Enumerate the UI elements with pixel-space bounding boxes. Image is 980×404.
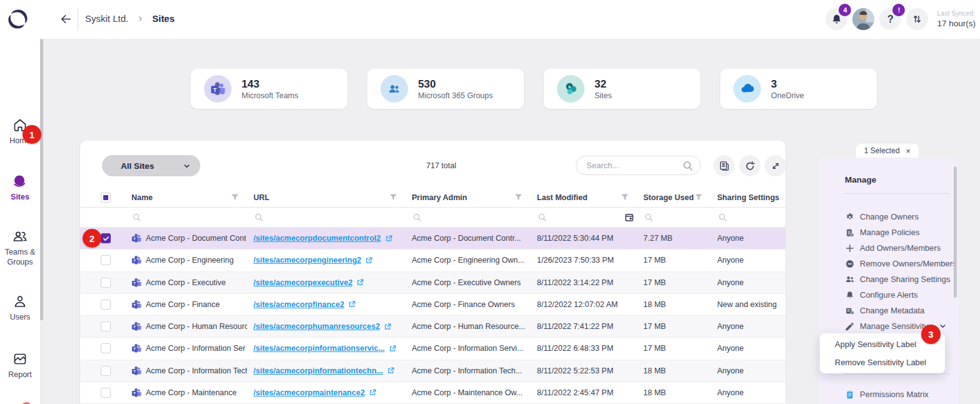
external-link-icon[interactable] <box>385 235 392 242</box>
table-row[interactable]: TAcme Corp - Information Tech/sites/acme… <box>80 360 785 382</box>
primary-admin-cell: Acme Corp - Human Resource... <box>412 322 537 331</box>
filter-funnel-icon[interactable] <box>390 194 397 201</box>
help-button[interactable]: ? ! <box>879 8 901 30</box>
sync-button[interactable] <box>906 8 928 30</box>
external-link-icon[interactable] <box>357 279 364 286</box>
row-checkbox[interactable] <box>80 300 131 310</box>
filter-cell-primary-admin[interactable] <box>412 213 537 221</box>
column-header-name[interactable]: Name <box>131 193 253 202</box>
table-row[interactable]: TAcme Corp - Information Ser/sites/acmec… <box>80 338 785 360</box>
manage-item-change-owners[interactable]: Change Owners <box>819 209 959 225</box>
manage-item-change-sharing-settings[interactable]: Change Sharing Settings <box>819 271 959 287</box>
site-url-link[interactable]: /sites/acmecorpengineering2 <box>253 256 361 265</box>
manage-item-permissions-matrix[interactable]: Permissions Matrix <box>819 386 959 402</box>
manage-item-change-metadata[interactable]: Change Metadata <box>819 303 959 318</box>
summary-card-text: 3OneDrive <box>771 78 804 100</box>
manage-item-configure-alerts[interactable]: Configure Alerts <box>819 287 959 303</box>
bell-icon <box>845 291 854 300</box>
filter-cell-last-modified[interactable] <box>537 213 643 221</box>
external-link-icon[interactable] <box>384 323 391 330</box>
site-url-link[interactable]: /sites/acmecorpinformationservic... <box>253 344 385 353</box>
svg-text:T: T <box>213 87 217 93</box>
site-url-link[interactable]: /sites/acmecorpmaintenance2 <box>253 388 365 397</box>
row-checkbox[interactable] <box>80 388 131 398</box>
external-link-icon[interactable] <box>389 345 396 352</box>
top-bar: Syskit Ltd. Sites 4 ? ! <box>0 0 980 39</box>
teams-site-icon: T <box>131 233 141 243</box>
onedrive-logo-icon <box>733 75 761 103</box>
row-checkbox[interactable] <box>80 366 131 376</box>
row-checkbox[interactable] <box>80 321 131 331</box>
breadcrumb-org[interactable]: Syskit Ltd. <box>85 13 128 24</box>
storage-used-cell-text: 18 MB <box>643 388 666 397</box>
sidebar-item-teams-groups[interactable]: Teams & Groups <box>0 229 40 267</box>
row-checkbox[interactable] <box>80 343 131 353</box>
site-name: Acme Corp - Information Tech <box>146 366 247 375</box>
primary-admin-cell: Acme Corp - Engineering Own... <box>412 256 537 265</box>
breadcrumb-chevron-icon <box>137 16 143 22</box>
table-row[interactable]: TAcme Corp - Engineering/sites/acmecorpe… <box>80 250 785 271</box>
storage-used-cell: 17 MB <box>643 322 717 331</box>
panel-scrollbar-thumb[interactable] <box>954 166 957 298</box>
sidebar-item-report[interactable]: Report <box>0 351 40 380</box>
site-url-link[interactable]: /sites/acmecorpdocumentcontrol2 <box>253 234 381 243</box>
storage-used-cell: 17 MB <box>643 344 717 353</box>
scope-selector-dropdown[interactable]: All Sites <box>102 155 200 176</box>
table-row[interactable]: TAcme Corp - Executive/sites/acmecorpexe… <box>80 272 785 294</box>
sidebar-item-sites[interactable]: Sites <box>0 174 40 203</box>
column-header-url[interactable]: URL <box>253 193 412 202</box>
filter-funnel-icon[interactable] <box>232 194 238 201</box>
sidebar-scrollbar-thumb[interactable] <box>40 39 43 320</box>
expand-button[interactable] <box>765 155 785 176</box>
filter-cell-url[interactable] <box>253 213 412 221</box>
svg-text:T: T <box>133 391 136 395</box>
summary-card-label: Microsoft Teams <box>242 91 299 100</box>
sidebar-item-users[interactable]: Users <box>0 294 40 323</box>
column-chooser-button[interactable] <box>713 155 735 176</box>
external-link-icon[interactable] <box>387 367 394 374</box>
primary-admin-cell: Acme Corp - Information Tech... <box>412 366 537 375</box>
site-url-link[interactable]: /sites/acmecorpinformationtechn... <box>253 366 383 375</box>
back-arrow-icon[interactable] <box>59 12 73 29</box>
external-link-icon[interactable] <box>369 389 376 396</box>
user-avatar[interactable] <box>852 8 874 30</box>
filter-cell-name[interactable] <box>131 213 253 221</box>
external-link-icon[interactable] <box>349 301 355 308</box>
table-row[interactable]: TAcme Corp - Finance/sites/acmecorpfinan… <box>80 294 785 316</box>
filter-funnel-icon[interactable] <box>515 194 522 201</box>
calendar-icon[interactable] <box>625 213 633 221</box>
column-header-primary-admin[interactable]: Primary Admin <box>412 193 537 202</box>
column-header-storage-used[interactable]: Storage Used <box>643 193 717 202</box>
manage-item-add-owners-members[interactable]: Add Owners/Members <box>819 240 959 256</box>
refresh-button[interactable] <box>739 155 760 176</box>
last-modified-cell-text: 8/11/2022 5:30:44 PM <box>537 234 613 243</box>
filter-cell-sharing-settings[interactable] <box>717 213 785 221</box>
row-checkbox[interactable] <box>80 255 131 265</box>
external-link-icon[interactable] <box>365 257 372 264</box>
search-icon <box>683 161 693 171</box>
table-row[interactable]: TAcme Corp - Maintenance/sites/acmecorpm… <box>80 382 785 404</box>
search-input[interactable] <box>585 160 683 171</box>
column-header-last-modified[interactable]: Last Modified <box>537 193 643 202</box>
column-header-sharing-settings[interactable]: Sharing Settings <box>717 193 785 202</box>
manage-item-remove-owners-members[interactable]: Remove Owners/Members <box>819 256 959 271</box>
menu-item-remove-sensitivity-label[interactable]: Remove Sensitivity Label <box>820 353 945 371</box>
site-url-cell: /sites/acmecorpinformationtechn... <box>253 366 412 375</box>
site-url-link[interactable]: /sites/acmecorpfinance2 <box>253 300 344 309</box>
site-url-cell: /sites/acmecorpengineering2 <box>253 256 412 265</box>
notifications-button[interactable]: 4 <box>825 8 847 30</box>
close-selection-icon[interactable]: × <box>906 146 911 156</box>
sites-icon <box>13 174 28 190</box>
row-checkbox[interactable] <box>80 278 131 288</box>
filter-funnel-icon[interactable] <box>621 194 628 201</box>
table-row[interactable]: TAcme Corp - Human Resourc/sites/acmecor… <box>80 316 785 338</box>
table-row[interactable]: TAcme Corp - Document Cont/sites/acmecor… <box>80 228 785 250</box>
filter-funnel-icon[interactable] <box>695 194 702 201</box>
manage-item-label: Change Owners <box>860 212 919 221</box>
select-all-checkbox[interactable] <box>80 193 131 203</box>
filter-cell-storage-used[interactable] <box>643 213 717 221</box>
site-url-link[interactable]: /sites/acmecorpexecutive2 <box>253 278 352 287</box>
site-name-cell: TAcme Corp - Engineering <box>131 255 253 265</box>
manage-item-manage-policies[interactable]: Manage Policies <box>819 225 959 240</box>
site-url-link[interactable]: /sites/acmecorphumanresources2 <box>253 322 380 331</box>
